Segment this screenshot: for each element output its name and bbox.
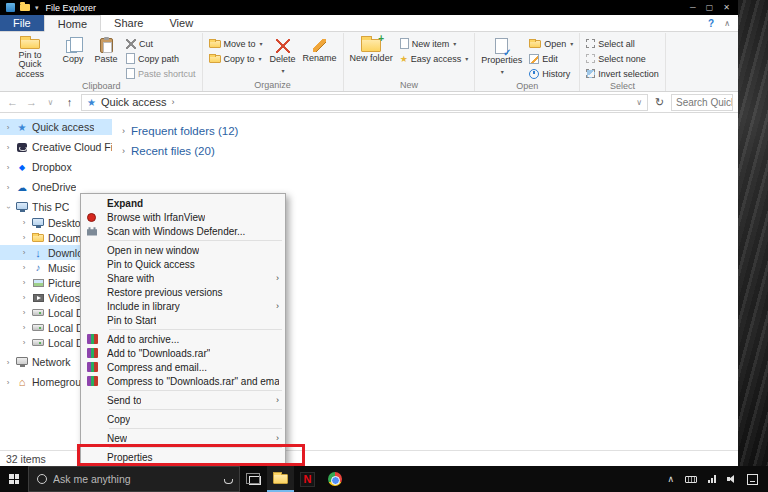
taskbar-search-input[interactable]: Ask me anything bbox=[28, 466, 240, 492]
expand-chevron-icon[interactable]: › bbox=[20, 218, 28, 227]
menu-item-compress-to-downloads-rar-and-email[interactable]: Compress to "Downloads.rar" and email bbox=[81, 374, 285, 388]
expand-chevron-icon[interactable]: › bbox=[4, 163, 12, 172]
expand-chevron-icon[interactable]: › bbox=[122, 146, 125, 156]
menu-item-compress-and-email[interactable]: Compress and email... bbox=[81, 360, 285, 374]
properties-button[interactable]: Properties ▾ bbox=[478, 33, 525, 79]
menu-item-scan-with-windows-defender[interactable]: Scan with Windows Defender... bbox=[81, 224, 285, 238]
paste-shortcut-button[interactable]: Paste shortcut bbox=[123, 67, 199, 80]
taskbar-netflix-button[interactable]: N bbox=[294, 466, 321, 492]
collapse-chevron-icon[interactable]: › bbox=[4, 203, 13, 211]
paste-button[interactable]: Paste bbox=[90, 33, 122, 79]
minimize-ribbon-icon[interactable]: ∧ bbox=[724, 19, 730, 28]
show-hidden-icons-button[interactable]: ∧ bbox=[667, 474, 674, 484]
action-center-icon[interactable] bbox=[747, 474, 758, 485]
open-button[interactable]: Open ▾ bbox=[526, 37, 576, 50]
menu-item-restore-previous-versions[interactable]: Restore previous versions bbox=[81, 285, 285, 299]
videos-icon bbox=[33, 294, 44, 302]
menu-item-add-to-archive[interactable]: Add to archive... bbox=[81, 332, 285, 346]
touch-keyboard-icon[interactable] bbox=[685, 476, 697, 483]
network-icon[interactable] bbox=[708, 475, 716, 483]
menu-item-new[interactable]: New › bbox=[81, 431, 285, 445]
delete-icon bbox=[276, 39, 290, 53]
expand-chevron-icon[interactable]: › bbox=[20, 248, 28, 257]
menu-item-include-in-library[interactable]: Include in library › bbox=[81, 299, 285, 313]
cut-button[interactable]: Cut bbox=[123, 37, 199, 50]
expand-chevron-icon[interactable]: › bbox=[122, 126, 125, 136]
sidebar-item-creative-cloud-files[interactable]: › Creative Cloud Files bbox=[0, 139, 112, 155]
start-button[interactable] bbox=[0, 466, 28, 492]
file-explorer-icon bbox=[273, 474, 288, 484]
taskbar-file-explorer-button[interactable] bbox=[267, 466, 294, 492]
address-dropdown-icon[interactable]: ∨ bbox=[636, 98, 642, 107]
delete-button[interactable]: Delete ▾ bbox=[267, 33, 299, 79]
tab-share[interactable]: Share bbox=[101, 15, 156, 31]
back-button[interactable]: ← bbox=[5, 96, 20, 108]
group-recent-files[interactable]: › Recent files (20) bbox=[122, 141, 738, 161]
sidebar-item-quick-access[interactable]: › ★ Quick access bbox=[0, 119, 112, 135]
paste-shortcut-icon bbox=[126, 68, 135, 79]
taskbar-chrome-button[interactable] bbox=[321, 466, 348, 492]
microphone-icon[interactable] bbox=[224, 474, 231, 484]
submenu-arrow-icon: › bbox=[270, 433, 279, 443]
tab-home[interactable]: Home bbox=[44, 15, 101, 32]
up-button[interactable]: ↑ bbox=[62, 96, 77, 108]
breadcrumb[interactable]: Quick access bbox=[101, 96, 166, 108]
refresh-button[interactable]: ↻ bbox=[652, 96, 667, 109]
copy-button[interactable]: Copy bbox=[57, 33, 89, 79]
menu-item-open-in-new-window[interactable]: Open in new window bbox=[81, 243, 285, 257]
expand-chevron-icon[interactable]: › bbox=[20, 293, 28, 302]
invert-selection-button[interactable]: Invert selection bbox=[583, 67, 662, 80]
expand-chevron-icon[interactable]: › bbox=[20, 233, 28, 242]
close-button[interactable]: ✕ bbox=[723, 3, 730, 12]
forward-button[interactable]: → bbox=[24, 96, 39, 108]
move-to-button[interactable]: Move to ▾ bbox=[206, 37, 266, 50]
history-button[interactable]: History bbox=[526, 67, 576, 80]
expand-chevron-icon[interactable]: › bbox=[4, 123, 12, 132]
minimize-button[interactable]: ─ bbox=[690, 3, 696, 12]
new-folder-button[interactable]: New folder bbox=[347, 33, 396, 79]
menu-item-copy[interactable]: Copy bbox=[81, 412, 285, 426]
homegroup-icon: ⌂ bbox=[19, 376, 26, 388]
search-input[interactable]: Search Quick access bbox=[671, 94, 733, 111]
menu-item-browse-with-irfanview[interactable]: Browse with IrfanView bbox=[81, 210, 285, 224]
easy-access-button[interactable]: ★ Easy access ▾ bbox=[397, 52, 472, 65]
tab-view[interactable]: View bbox=[156, 15, 206, 31]
ribbon-group-select: Select all Select none Invert selection … bbox=[580, 33, 666, 91]
menu-item-send-to[interactable]: Send to › bbox=[81, 393, 285, 407]
group-frequent-folders[interactable]: › Frequent folders (12) bbox=[122, 121, 738, 141]
expand-chevron-icon[interactable]: › bbox=[4, 183, 12, 192]
qat-customize-button[interactable]: ▾ bbox=[35, 4, 39, 12]
select-none-button[interactable]: Select none bbox=[583, 52, 662, 65]
expand-chevron-icon[interactable]: › bbox=[4, 358, 12, 367]
expand-chevron-icon[interactable]: › bbox=[20, 338, 28, 347]
expand-chevron-icon[interactable]: › bbox=[20, 308, 28, 317]
edit-button[interactable]: Edit bbox=[526, 52, 576, 65]
pin-to-quick-access-button[interactable]: Pin to Quick access bbox=[4, 33, 56, 79]
expand-chevron-icon[interactable]: › bbox=[4, 143, 12, 152]
address-box[interactable]: ★ Quick access › ∨ bbox=[81, 94, 648, 111]
tab-file[interactable]: File bbox=[0, 15, 44, 31]
expand-chevron-icon[interactable]: › bbox=[20, 323, 28, 332]
volume-icon[interactable] bbox=[727, 474, 736, 484]
expand-chevron-icon[interactable]: › bbox=[4, 378, 12, 387]
menu-item-share-with[interactable]: Share with › bbox=[81, 271, 285, 285]
task-view-button[interactable] bbox=[240, 466, 267, 492]
copy-to-button[interactable]: Copy to ▾ bbox=[206, 52, 266, 65]
select-all-button[interactable]: Select all bbox=[583, 37, 662, 50]
expand-chevron-icon[interactable]: › bbox=[20, 263, 28, 272]
rename-button[interactable]: Rename bbox=[300, 33, 340, 79]
sidebar-item-dropbox[interactable]: › ◆ Dropbox bbox=[0, 159, 112, 175]
expand-chevron-icon[interactable]: › bbox=[20, 278, 28, 287]
quick-access-toolbar-folder-icon[interactable] bbox=[20, 4, 30, 11]
menu-item-pin-to-quick-access[interactable]: Pin to Quick access bbox=[81, 257, 285, 271]
new-item-button[interactable]: New item ▾ bbox=[397, 37, 472, 50]
maximize-button[interactable]: ▢ bbox=[706, 3, 714, 12]
windows-defender-icon bbox=[87, 227, 97, 236]
menu-item-add-to-downloads-rar[interactable]: Add to "Downloads.rar" bbox=[81, 346, 285, 360]
breadcrumb-chevron-icon[interactable]: › bbox=[171, 97, 174, 107]
recent-locations-button[interactable]: ∨ bbox=[43, 98, 58, 107]
menu-item-expand[interactable]: Expand bbox=[81, 196, 285, 210]
help-icon[interactable]: ? bbox=[708, 18, 714, 29]
copy-path-button[interactable]: Copy path bbox=[123, 52, 199, 65]
menu-item-pin-to-start[interactable]: Pin to Start bbox=[81, 313, 285, 327]
